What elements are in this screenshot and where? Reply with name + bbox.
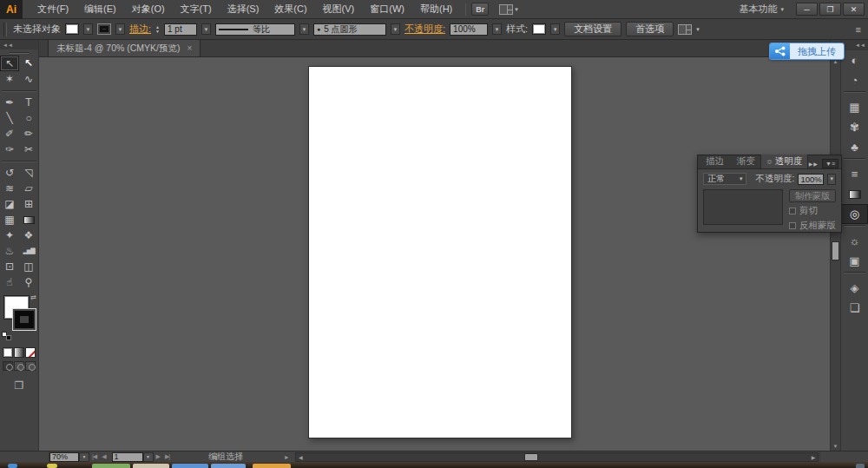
zoom-level-field[interactable]: 70% [49, 452, 79, 462]
artboard-dropdown[interactable]: ▼ [143, 452, 154, 462]
swatches-panel-icon[interactable]: ▦ [841, 97, 868, 117]
selection-tool[interactable]: ↖ [0, 56, 19, 71]
horizontal-scroll-thumb[interactable] [524, 453, 538, 461]
artboards-panel-icon[interactable]: ❏ [841, 298, 868, 318]
style-swatch[interactable] [532, 23, 546, 35]
brush-definition-dropdown[interactable]: ▼ [391, 23, 400, 35]
transparency-panel-icon[interactable]: ◎ [841, 204, 868, 224]
default-fill-stroke-icon[interactable] [2, 332, 11, 340]
hand-tool[interactable]: ☝ [0, 274, 19, 290]
tab-close-icon[interactable]: × [187, 43, 193, 53]
first-artboard-button[interactable]: |◀ [89, 453, 99, 460]
taskbar-icon-1[interactable] [8, 464, 17, 468]
opacity-panel-link[interactable]: 不透明度: [404, 23, 445, 36]
restore-button[interactable]: ❐ [819, 3, 841, 16]
column-graph-tool[interactable]: ▂▅▇ [19, 243, 38, 259]
rotate-tool[interactable]: ↺ [0, 165, 19, 181]
taskbar-button-2[interactable] [133, 464, 169, 468]
appearance-panel-icon[interactable]: ☼ [841, 231, 868, 251]
stroke-weight-stepper[interactable]: ▲ ▼ [155, 25, 160, 34]
last-artboard-button[interactable]: ▶| [162, 453, 172, 460]
document-setup-button[interactable]: 文档设置 [564, 22, 621, 36]
close-button[interactable]: ✕ [843, 3, 865, 16]
menu-view[interactable]: 视图(V) [315, 0, 363, 18]
symbols-panel-icon[interactable]: ♣ [841, 137, 868, 157]
fill-dropdown-button[interactable]: ▼ [83, 23, 93, 35]
opacity-field[interactable]: 100% [450, 23, 488, 36]
scroll-right-icon[interactable]: ▶ [809, 454, 818, 460]
scroll-down-icon[interactable]: ▼ [831, 444, 840, 449]
artboard-tool[interactable]: ⊡ [0, 259, 19, 274]
graphic-styles-panel-icon[interactable]: ▣ [841, 251, 868, 271]
slice-tool[interactable]: ◫ [19, 259, 38, 274]
pen-tool[interactable]: ✒ [0, 95, 19, 110]
perspective-grid-tool[interactable]: ⊞ [19, 196, 38, 212]
draw-inside-button[interactable] [25, 361, 36, 371]
panel-opacity-field[interactable]: 100% [798, 174, 824, 185]
panel-tab-gradient[interactable]: 渐变 [729, 155, 760, 168]
magic-wand-tool[interactable]: ✶ [0, 71, 19, 87]
taskbar-icon-2[interactable] [47, 464, 57, 468]
line-segment-tool[interactable]: ╲ [0, 110, 19, 126]
vertical-scroll-thumb[interactable] [832, 241, 839, 260]
clip-checkbox[interactable]: 剪切 [789, 205, 836, 217]
blob-brush-tool[interactable]: ✑ [0, 142, 19, 157]
panel-tab-transparency[interactable]: ≎ 透明度 [760, 155, 808, 168]
screen-mode-button[interactable]: ❐ [15, 379, 24, 392]
dock-collapse-icon[interactable]: ◄◄ [855, 43, 865, 48]
brushes-panel-icon[interactable]: ✾ [841, 117, 868, 137]
invert-mask-checkbox[interactable]: 反相蒙版 [789, 220, 836, 232]
make-mask-button[interactable]: 制作蒙版 [789, 189, 836, 202]
next-artboard-button[interactable]: ▶ [154, 453, 162, 460]
tools-collapse-icon[interactable]: ◄◄ [3, 43, 13, 48]
vertical-scrollbar[interactable]: ▲ ▼ [830, 40, 840, 451]
panel-menu-icon[interactable]: ▼≡ [822, 159, 838, 168]
width-profile-dropdown[interactable]: ▼ [299, 23, 309, 35]
arrange-documents-button[interactable]: ▾ [499, 4, 518, 15]
artboard[interactable] [308, 66, 572, 438]
brush-definition-select[interactable]: ● 5 点圆形 [313, 23, 386, 36]
stroke-dropdown-button[interactable]: ▼ [115, 23, 125, 35]
fill-color-swatch[interactable] [65, 23, 79, 35]
stroke-panel-link[interactable]: 描边: [129, 23, 151, 36]
taskbar-button-1[interactable] [92, 464, 130, 468]
style-dropdown[interactable]: ▼ [550, 23, 560, 35]
taskbar-button-5[interactable] [253, 464, 291, 468]
taskbar-button-4[interactable] [211, 464, 246, 468]
lasso-tool[interactable]: ∿ [19, 71, 38, 87]
draw-behind-button[interactable] [14, 361, 24, 371]
layers-panel-icon[interactable]: ◈ [841, 278, 868, 298]
ellipse-tool[interactable]: ○ [19, 110, 38, 126]
scale-tool[interactable]: ◹ [19, 165, 38, 181]
width-tool[interactable]: ≋ [0, 181, 19, 196]
tools-drag-handle[interactable] [0, 49, 38, 56]
panel-tab-stroke[interactable]: 描边 [698, 155, 729, 168]
width-profile-select[interactable]: 等比 [215, 23, 295, 36]
stroke-weight-dropdown[interactable]: ▼ [201, 23, 211, 35]
minimize-button[interactable]: ─ [796, 3, 818, 16]
scroll-left-icon[interactable]: ◀ [296, 454, 305, 460]
draw-normal-button[interactable] [3, 361, 13, 371]
artboard-number-field[interactable]: 1 [112, 452, 143, 462]
status-flyout-icon[interactable]: ▸ [285, 453, 288, 461]
stroke-color-box[interactable] [12, 308, 36, 331]
cursor-options-icon[interactable] [678, 24, 692, 35]
document-tab[interactable]: 未标题-4 @ 70% (CMYK/预览) × [48, 40, 201, 56]
menu-window[interactable]: 窗口(W) [362, 0, 412, 18]
panel-grip[interactable] [3, 23, 7, 36]
menu-effect[interactable]: 效果(C) [266, 0, 314, 18]
taskbar-button-3[interactable] [172, 464, 208, 468]
bridge-button[interactable]: Br [471, 3, 489, 16]
workspace-switcher[interactable]: 基本功能 ▾ [739, 3, 784, 16]
type-tool[interactable]: T [19, 95, 38, 110]
direct-selection-tool[interactable]: ↖ [19, 56, 38, 71]
eyedropper-tool[interactable]: ✦ [0, 227, 19, 243]
stroke-panel-icon[interactable]: ≡ [841, 164, 868, 184]
gradient-tool[interactable] [19, 212, 38, 227]
menu-edit[interactable]: 编辑(E) [76, 0, 124, 18]
taskbar-tray[interactable] [856, 464, 865, 468]
menu-object[interactable]: 对象(O) [124, 0, 173, 18]
mesh-tool[interactable]: ▦ [0, 212, 19, 227]
menu-file[interactable]: 文件(F) [30, 0, 76, 18]
panel-opacity-dropdown[interactable]: ▼ [827, 174, 836, 185]
